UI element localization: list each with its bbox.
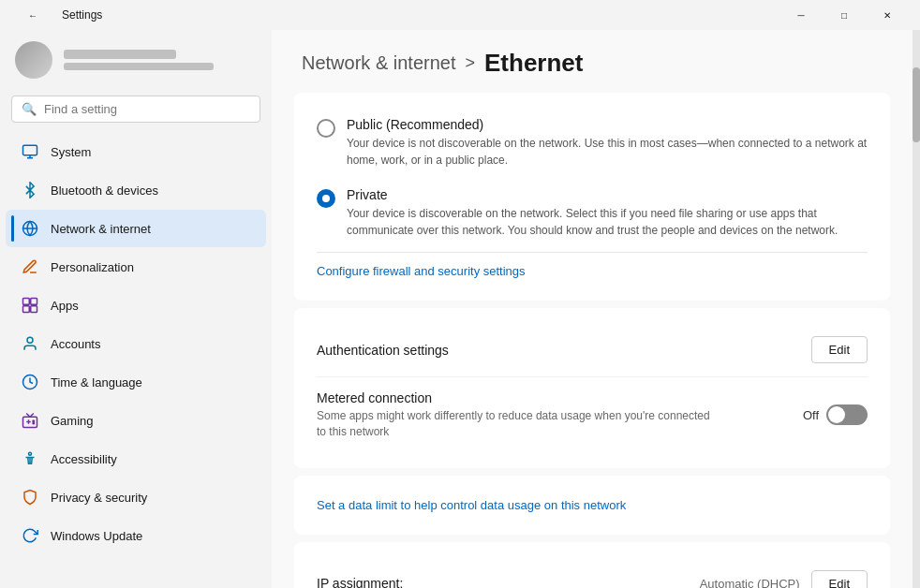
sidebar-item-gaming-label: Gaming — [51, 414, 94, 428]
scrollbar-thumb[interactable] — [913, 67, 920, 142]
content-body: Public (Recommended) Your device is not … — [272, 93, 913, 588]
svg-point-9 — [27, 337, 33, 343]
time-icon — [21, 373, 39, 391]
metered-row: Metered connection Some apps might work … — [317, 376, 868, 453]
public-radio-btn[interactable] — [317, 119, 335, 138]
ip-right: Automatic (DHCP) Edit — [700, 570, 868, 588]
update-icon — [21, 526, 39, 545]
sidebar-item-update[interactable]: Windows Update — [6, 517, 266, 554]
svg-rect-0 — [23, 145, 37, 155]
sidebar-item-bluetooth-label: Bluetooth & devices — [51, 184, 158, 198]
public-radio-desc: Your device is not discoverable on the n… — [347, 135, 868, 169]
maximize-button[interactable]: □ — [823, 0, 866, 30]
sidebar-item-network[interactable]: Network & internet — [6, 210, 266, 247]
sidebar-item-accessibility-label: Accessibility — [51, 452, 117, 466]
accounts-icon — [21, 334, 39, 353]
accessibility-icon — [21, 449, 39, 468]
sidebar-item-update-label: Windows Update — [51, 529, 142, 543]
auth-edit-button[interactable]: Edit — [811, 336, 868, 363]
sidebar-item-gaming[interactable]: Gaming — [6, 402, 266, 439]
svg-point-14 — [33, 420, 35, 422]
data-limit-card: Set a data limit to help control data us… — [294, 476, 890, 535]
svg-rect-7 — [23, 306, 30, 313]
back-button[interactable]: ← — [11, 0, 54, 30]
search-box: 🔍 — [11, 96, 260, 123]
scrollbar-track — [913, 30, 920, 588]
sidebar-item-apps-label: Apps — [51, 299, 79, 313]
app-container: 🔍 System Bluetooth & devices — [0, 30, 920, 588]
main-content: Network & internet > Ethernet Public (Re… — [272, 30, 913, 588]
breadcrumb-current: Ethernet — [484, 49, 583, 78]
sidebar-item-time[interactable]: Time & language — [6, 363, 266, 401]
private-radio-content: Private Your device is discoverable on t… — [347, 187, 868, 239]
auth-settings-card: Authentication settings Edit Metered con… — [294, 308, 890, 468]
auth-right: Edit — [811, 336, 868, 363]
ip-row: IP assignment: Automatic (DHCP) Edit — [317, 557, 868, 588]
auth-info: Authentication settings — [317, 343, 449, 358]
sidebar-item-personalization-label: Personalization — [51, 260, 134, 274]
sidebar-item-accounts-label: Accounts — [51, 337, 100, 351]
private-radio-title: Private — [347, 187, 868, 202]
metered-desc: Some apps might work differently to redu… — [317, 408, 710, 440]
sidebar-item-network-label: Network & internet — [51, 222, 151, 236]
minimize-button[interactable]: ─ — [779, 0, 823, 30]
avatar-image — [15, 41, 52, 79]
sidebar-item-accessibility[interactable]: Accessibility — [6, 440, 266, 478]
private-radio-option[interactable]: Private Your device is discoverable on t… — [317, 178, 868, 248]
metered-label: Metered connection — [317, 390, 710, 405]
breadcrumb-parent: Network & internet — [302, 52, 456, 74]
breadcrumb-separator: > — [466, 53, 476, 73]
svg-rect-5 — [23, 299, 30, 305]
titlebar-left: ← Settings — [11, 0, 102, 30]
divider-1 — [317, 252, 868, 253]
metered-toggle[interactable] — [826, 404, 868, 425]
sidebar-item-accounts[interactable]: Accounts — [6, 325, 266, 362]
data-limit-link[interactable]: Set a data limit to help control data us… — [317, 491, 626, 520]
private-radio-desc: Your device is discoverable on the netwo… — [347, 205, 868, 239]
system-icon — [21, 142, 39, 161]
personalization-icon — [21, 257, 39, 276]
user-email — [64, 63, 214, 70]
auth-row: Authentication settings Edit — [317, 323, 868, 376]
metered-info: Metered connection Some apps might work … — [317, 390, 710, 440]
auth-label: Authentication settings — [317, 343, 449, 358]
avatar — [15, 41, 52, 79]
sidebar-item-apps[interactable]: Apps — [6, 287, 266, 324]
user-area — [0, 30, 272, 90]
titlebar: ← Settings ─ □ ✕ — [0, 0, 920, 30]
page-header: Network & internet > Ethernet — [272, 30, 913, 93]
sidebar-item-bluetooth[interactable]: Bluetooth & devices — [6, 171, 266, 209]
configure-link[interactable]: Configure firewall and security settings — [317, 257, 526, 286]
search-container: 🔍 — [0, 90, 272, 132]
public-radio-content: Public (Recommended) Your device is not … — [347, 117, 868, 169]
ip-info: IP assignment: — [317, 576, 403, 588]
sidebar-item-system-label: System — [51, 145, 91, 159]
app-title: Settings — [62, 8, 102, 22]
ip-value: Automatic (DHCP) — [700, 577, 800, 588]
svg-point-16 — [29, 452, 32, 455]
window-controls: ─ □ ✕ — [779, 0, 909, 30]
apps-icon — [21, 296, 39, 315]
sidebar-item-privacy-label: Privacy & security — [51, 491, 147, 505]
ip-label: IP assignment: — [317, 576, 403, 588]
svg-point-15 — [33, 422, 35, 424]
user-name — [64, 50, 176, 59]
close-button[interactable]: ✕ — [866, 0, 909, 30]
ip-edit-button[interactable]: Edit — [811, 570, 868, 588]
sidebar-item-privacy[interactable]: Privacy & security — [6, 478, 266, 516]
search-input[interactable] — [44, 102, 250, 116]
svg-rect-8 — [31, 306, 37, 313]
search-icon: 🔍 — [22, 102, 37, 116]
sidebar: 🔍 System Bluetooth & devices — [0, 30, 272, 588]
sidebar-item-system[interactable]: System — [6, 133, 266, 170]
bluetooth-icon — [21, 181, 39, 199]
public-radio-title: Public (Recommended) — [347, 117, 868, 132]
sidebar-item-time-label: Time & language — [51, 375, 142, 390]
sidebar-item-personalization[interactable]: Personalization — [6, 248, 266, 286]
public-radio-option[interactable]: Public (Recommended) Your device is not … — [317, 108, 868, 178]
svg-rect-6 — [31, 299, 37, 305]
gaming-icon — [21, 411, 39, 430]
private-radio-btn[interactable] — [317, 189, 335, 208]
network-icon — [21, 219, 39, 238]
metered-toggle-group: Off — [803, 404, 868, 425]
